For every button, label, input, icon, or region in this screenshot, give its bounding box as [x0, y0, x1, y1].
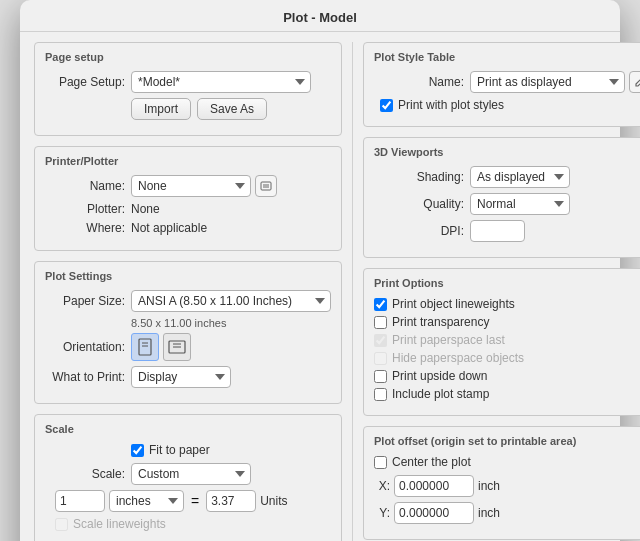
plot-offset-section: Plot offset (origin set to printable are…: [363, 426, 640, 540]
dialog-body: Page setup Page Setup: *Model* Import Sa…: [20, 32, 620, 541]
opt1-row[interactable]: Print object lineweights: [374, 297, 640, 311]
fit-to-paper-row: Fit to paper: [131, 443, 331, 457]
plot-style-name-label: Name:: [374, 75, 464, 89]
x-offset-input[interactable]: [394, 475, 474, 497]
svg-rect-0: [261, 182, 271, 190]
save-as-button[interactable]: Save As: [197, 98, 267, 120]
plot-style-table-section: Plot Style Table Name: Print as displaye…: [363, 42, 640, 127]
center-plot-label[interactable]: Center the plot: [374, 455, 640, 469]
opt3-checkbox: [374, 334, 387, 347]
plot-style-name-row: Name: Print as displayed: [374, 71, 640, 93]
opt6-row[interactable]: Include plot stamp: [374, 387, 640, 401]
units-select-wrap: inches: [109, 490, 184, 512]
where-label: Where:: [45, 221, 125, 235]
opt5-row[interactable]: Print upside down: [374, 369, 640, 383]
equals-sign: =: [188, 493, 202, 509]
y-offset-input[interactable]: [394, 502, 474, 524]
dpi-input[interactable]: [470, 220, 525, 242]
import-button[interactable]: Import: [131, 98, 191, 120]
page-setup-select[interactable]: *Model*: [131, 71, 311, 93]
printer-properties-btn[interactable]: [255, 175, 277, 197]
paper-size-sub: 8.50 x 11.00 inches: [131, 317, 331, 329]
x-unit: inch: [478, 479, 500, 493]
shading-select[interactable]: As displayed: [470, 166, 570, 188]
page-setup-title: Page setup: [45, 51, 331, 63]
what-to-print-row: What to Print: Display: [45, 366, 331, 388]
print-with-styles-row: Print with plot styles: [380, 98, 640, 112]
opt6-checkbox[interactable]: [374, 388, 387, 401]
dialog-title: Plot - Model: [283, 10, 357, 25]
plotter-label: Plotter:: [45, 202, 125, 216]
opt1-checkbox[interactable]: [374, 298, 387, 311]
opt2-row[interactable]: Print transparency: [374, 315, 640, 329]
scale-section: Scale Fit to paper Scale: Custom: [34, 414, 342, 541]
what-to-print-label: What to Print:: [45, 370, 125, 384]
svg-rect-3: [139, 339, 151, 355]
fit-to-paper-label[interactable]: Fit to paper: [131, 443, 331, 457]
paper-size-label: Paper Size:: [45, 294, 125, 308]
page-setup-row: Page Setup: *Model*: [45, 71, 331, 93]
opt4-row: Hide paperspace objects: [374, 351, 640, 365]
orientation-label: Orientation:: [45, 340, 125, 354]
printer-name-row: Name: None: [45, 175, 331, 197]
x-offset-row: X: inch: [374, 475, 640, 497]
plot-offset-title: Plot offset (origin set to printable are…: [374, 435, 640, 447]
fit-to-paper-checkbox[interactable]: [131, 444, 144, 457]
plot-style-title: Plot Style Table: [374, 51, 640, 63]
plotter-row: Plotter: None: [45, 202, 331, 216]
shading-label: Shading:: [374, 170, 464, 184]
scale-input-left[interactable]: [55, 490, 105, 512]
plot-settings-section: Plot Settings Paper Size: ANSI A (8.50 x…: [34, 261, 342, 404]
portrait-btn[interactable]: [131, 333, 159, 361]
page-setup-label: Page Setup:: [45, 75, 125, 89]
quality-row: Quality: Normal: [374, 193, 640, 215]
shading-row: Shading: As displayed: [374, 166, 640, 188]
x-label: X:: [374, 479, 390, 493]
y-offset-row: Y: inch: [374, 502, 640, 524]
orientation-row: Orientation:: [45, 333, 331, 361]
plot-style-name-wrap: Print as displayed: [470, 71, 640, 93]
title-bar: Plot - Model: [20, 0, 620, 32]
print-with-styles-label[interactable]: Print with plot styles: [380, 98, 640, 112]
scale-select[interactable]: Custom: [131, 463, 251, 485]
print-with-styles-checkbox[interactable]: [380, 99, 393, 112]
y-unit: inch: [478, 506, 500, 520]
center-plot-checkbox[interactable]: [374, 456, 387, 469]
landscape-btn[interactable]: [163, 333, 191, 361]
dpi-row: DPI:: [374, 220, 640, 242]
plot-settings-title: Plot Settings: [45, 270, 331, 282]
opt4-checkbox: [374, 352, 387, 365]
scale-label: Scale:: [45, 467, 125, 481]
scale-title: Scale: [45, 423, 331, 435]
plot-style-name-select[interactable]: Print as displayed: [470, 71, 625, 93]
where-value: Not applicable: [131, 221, 207, 235]
scale-lineweights-row: Scale lineweights: [55, 517, 331, 531]
opt5-checkbox[interactable]: [374, 370, 387, 383]
scale-input-right[interactable]: [206, 490, 256, 512]
printer-name-select[interactable]: None: [131, 175, 251, 197]
what-to-print-select[interactable]: Display: [131, 366, 231, 388]
opt2-checkbox[interactable]: [374, 316, 387, 329]
viewports-3d-section: 3D Viewports Shading: As displayed Quali…: [363, 137, 640, 258]
page-setup-section: Page setup Page Setup: *Model* Import Sa…: [34, 42, 342, 136]
scale-row: Scale: Custom: [45, 463, 331, 485]
y-label: Y:: [374, 506, 390, 520]
right-column: Plot Style Table Name: Print as displaye…: [352, 42, 640, 541]
center-plot-row: Center the plot: [374, 455, 640, 469]
plot-dialog: Plot - Model Page setup Page Setup: *Mod…: [20, 0, 620, 541]
units-label: Units: [260, 494, 287, 508]
dpi-label: DPI:: [374, 224, 464, 238]
paper-size-select[interactable]: ANSI A (8.50 x 11.00 Inches): [131, 290, 331, 312]
plotter-value: None: [131, 202, 160, 216]
left-column: Page setup Page Setup: *Model* Import Sa…: [34, 42, 352, 541]
paper-size-row: Paper Size: ANSI A (8.50 x 11.00 Inches): [45, 290, 331, 312]
printer-name-wrap: None: [131, 175, 277, 197]
printer-plotter-title: Printer/Plotter: [45, 155, 331, 167]
quality-select[interactable]: Normal: [470, 193, 570, 215]
plot-style-edit-btn[interactable]: [629, 71, 640, 93]
print-options-section: Print Options Print object lineweights P…: [363, 268, 640, 416]
units-select[interactable]: inches: [109, 490, 184, 512]
printer-name-label: Name:: [45, 179, 125, 193]
scale-lineweights-checkbox: [55, 518, 68, 531]
scale-units-row: inches = Units: [55, 490, 331, 512]
